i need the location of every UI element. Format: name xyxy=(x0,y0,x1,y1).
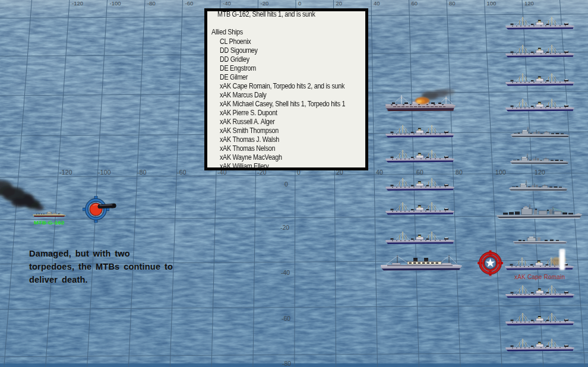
svg-text:0: 0 xyxy=(284,181,288,188)
svg-text:0: 0 xyxy=(298,0,301,7)
svg-text:-80: -80 xyxy=(137,169,147,176)
svg-text:-20: -20 xyxy=(280,224,289,231)
svg-text:-60: -60 xyxy=(185,0,194,7)
svg-text:-120: -120 xyxy=(59,169,72,176)
svg-text:-100: -100 xyxy=(98,169,111,176)
svg-text:-40: -40 xyxy=(223,0,231,7)
svg-text:100: 100 xyxy=(495,169,506,176)
svg-text:-80: -80 xyxy=(282,360,291,367)
svg-text:60: 60 xyxy=(416,169,423,176)
svg-text:100: 100 xyxy=(487,0,497,7)
svg-text:120: 120 xyxy=(535,169,545,176)
svg-text:120: 120 xyxy=(524,0,534,7)
svg-text:-60: -60 xyxy=(282,315,290,322)
svg-text:-120: -120 xyxy=(72,0,83,7)
svg-text:60: 60 xyxy=(412,0,418,7)
svg-text:-80: -80 xyxy=(147,0,156,7)
svg-text:80: 80 xyxy=(456,169,463,176)
svg-text:-20: -20 xyxy=(261,0,269,7)
svg-text:40: 40 xyxy=(376,169,383,176)
svg-text:-100: -100 xyxy=(110,0,121,7)
svg-text:-40: -40 xyxy=(281,269,290,276)
svg-text:20: 20 xyxy=(336,0,343,7)
svg-text:-60: -60 xyxy=(177,169,186,176)
svg-text:40: 40 xyxy=(374,0,380,7)
svg-text:80: 80 xyxy=(449,0,456,7)
